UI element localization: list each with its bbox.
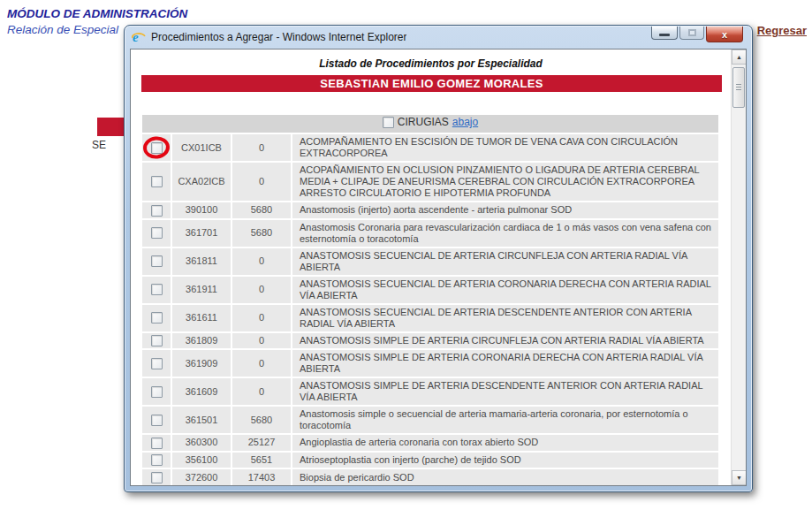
procedure-tariff: 0 — [232, 248, 291, 275]
row-checkbox-cell — [142, 378, 171, 405]
procedure-code: 361809 — [172, 333, 231, 349]
procedure-tariff: 0 — [232, 378, 291, 405]
procedure-description: Angioplastia de arteria coronaria con to… — [292, 435, 718, 451]
procedure-description: Anastomosis simple o secuencial de arter… — [292, 407, 718, 433]
table-row: 390100 5680 Anastomosis (injerto) aorta … — [142, 202, 718, 218]
row-checkbox[interactable] — [151, 438, 163, 449]
procedure-tariff: 0 — [232, 305, 291, 331]
background-red-banner-fragment — [97, 118, 124, 136]
procedure-code: 361909 — [172, 350, 231, 377]
procedure-tariff: 0 — [232, 163, 291, 201]
browser-viewport: Listado de Procedimientos por Especialid… — [130, 49, 747, 486]
table-row: 361609 0 ANASTOMOSIS SIMPLE DE ARTERIA D… — [142, 378, 718, 405]
row-checkbox[interactable] — [151, 255, 163, 267]
row-checkbox-cell — [142, 407, 171, 433]
procedure-code: CXA02ICB — [172, 163, 231, 201]
scroll-down-button[interactable]: ▼ — [732, 470, 747, 485]
scrollbar-grip-icon — [736, 84, 741, 91]
scrollbar-thumb[interactable] — [732, 67, 745, 108]
procedure-description: Biopsia de pericardio SOD — [292, 469, 718, 485]
procedure-description: Anastomosis (injerto) aorta ascendente -… — [292, 202, 718, 218]
page-title: MÓDULO DE ADMINISTRACIÓN — [7, 7, 187, 20]
row-checkbox[interactable] — [151, 227, 163, 239]
row-checkbox[interactable] — [151, 205, 163, 217]
row-checkbox[interactable] — [151, 176, 163, 187]
procedure-code: 360300 — [172, 435, 231, 451]
procedure-description: ACOMPAÑAMIENTO EN ESCISIÓN DE TUMOR DE V… — [292, 134, 718, 161]
group-header-label: CIRUGIAS — [398, 117, 449, 128]
vertical-scrollbar[interactable]: ▲ ▼ — [731, 49, 746, 485]
row-checkbox[interactable] — [151, 415, 163, 426]
procedure-tariff: 0 — [232, 333, 291, 349]
table-row: 372600 17403 Biopsia de pericardio SOD — [142, 469, 718, 485]
minimize-button[interactable] — [651, 27, 678, 40]
row-checkbox-cell — [142, 305, 171, 331]
row-checkbox[interactable] — [151, 358, 163, 369]
table-row: 361611 0 ANASTOMOSIS SECUENCIAL DE ARTER… — [142, 305, 718, 331]
procedure-tariff: 5680 — [232, 202, 291, 218]
row-checkbox[interactable] — [151, 386, 163, 398]
procedure-code: 356100 — [172, 453, 231, 468]
minimize-icon — [659, 34, 670, 36]
row-checkbox-cell — [142, 277, 171, 303]
page-subtitle: Relación de Especial — [7, 23, 122, 36]
internet-explorer-icon: e — [132, 30, 146, 44]
abajo-link[interactable]: abajo — [452, 117, 478, 128]
procedure-description: ANASTOMOSIS SIMPLE DE ARTERIA CIRCUNFLEJ… — [292, 333, 718, 349]
row-checkbox-cell — [142, 134, 171, 161]
person-name-banner: SEBASTIAN EMILIO GOMEZ MORALES — [141, 75, 722, 92]
down-arrow-icon: ▼ — [736, 475, 742, 481]
row-checkbox-cell — [142, 435, 171, 451]
row-checkbox-cell — [142, 202, 171, 218]
procedure-tariff: 0 — [232, 134, 291, 161]
table-row: 356100 5651 Atrioseptoplastia con injert… — [142, 453, 718, 468]
popup-window: e Procedimientos a Agregar - Windows Int… — [124, 25, 753, 492]
maximize-button[interactable] — [679, 27, 704, 40]
up-arrow-icon: ▲ — [736, 54, 742, 60]
row-checkbox-cell — [142, 453, 171, 468]
procedure-description: ANASTOMOSIS SECUENCIAL DE ARTERIA CIRCUN… — [292, 248, 718, 275]
procedure-code: 361609 — [172, 378, 231, 405]
procedure-description: ACOPAÑAMIENTO EN OCLUSION PINZAMIENTO O … — [292, 163, 718, 201]
row-checkbox-cell — [142, 333, 171, 349]
procedure-tariff: 17403 — [232, 469, 291, 485]
row-checkbox[interactable] — [151, 142, 163, 154]
procedure-code: 361501 — [172, 407, 231, 433]
table-row: 361501 5680 Anastomosis simple o secuenc… — [142, 407, 718, 433]
procedure-tariff: 5680 — [232, 407, 291, 433]
procedure-tariff: 5651 — [232, 453, 291, 468]
procedure-tariff: 5680 — [232, 220, 291, 247]
procedures-table: CIRUGIAS abajo CX01ICB 0 ACOMPAÑAMIENTO … — [140, 113, 720, 485]
procedure-code: 361911 — [172, 277, 231, 303]
row-checkbox[interactable] — [151, 312, 163, 324]
procedure-code: 390100 — [172, 202, 231, 218]
svg-text:e: e — [133, 30, 139, 44]
procedure-description: Anastomosis Coronaria para revasculariza… — [292, 220, 718, 247]
group-header-row: CIRUGIAS abajo — [142, 115, 718, 133]
table-row: 361811 0 ANASTOMOSIS SECUENCIAL DE ARTER… — [142, 248, 718, 275]
procedure-tariff: 0 — [232, 277, 291, 303]
procedure-description: ANASTOMOSIS SIMPLE DE ARTERIA CORONARIA … — [292, 350, 718, 377]
select-all-checkbox[interactable] — [383, 117, 394, 128]
row-checkbox[interactable] — [151, 284, 163, 295]
row-checkbox-cell — [142, 220, 171, 247]
background-text-fragment: SE — [92, 139, 106, 151]
row-checkbox-cell — [142, 350, 171, 377]
procedure-description: Atrioseptoplastia con injerto (parche) d… — [292, 453, 718, 468]
scroll-up-button[interactable]: ▲ — [732, 49, 747, 65]
row-checkbox[interactable] — [151, 472, 163, 483]
procedure-tariff: 0 — [232, 350, 291, 377]
table-row: CXA02ICB 0 ACOPAÑAMIENTO EN OCLUSION PIN… — [142, 163, 718, 201]
row-checkbox-cell — [142, 248, 171, 275]
close-icon: x — [722, 29, 727, 40]
row-checkbox[interactable] — [151, 454, 163, 466]
procedure-code: 361701 — [172, 220, 231, 247]
procedure-tariff: 25127 — [232, 435, 291, 451]
row-checkbox-cell — [142, 163, 171, 201]
procedure-code: 361811 — [172, 248, 231, 275]
close-button[interactable]: x — [706, 27, 743, 42]
row-checkbox[interactable] — [151, 335, 163, 346]
list-title: Listado de Procedimientos por Especialid… — [131, 57, 731, 70]
regresar-link[interactable]: Regresar — [757, 24, 807, 37]
table-row: 361911 0 ANASTOMOSIS SECUENCIAL DE ARTER… — [142, 277, 718, 303]
